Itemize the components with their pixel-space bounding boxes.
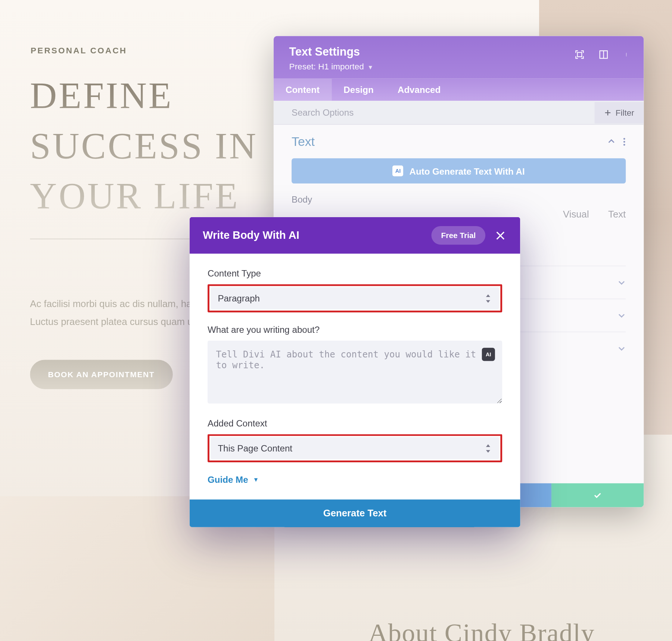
search-row: Filter — [274, 101, 644, 125]
generate-text-button[interactable]: Generate Text — [190, 500, 520, 527]
prompt-textarea[interactable] — [208, 341, 502, 404]
panel-header: Text Settings Preset: H1 imported ▼ — [274, 36, 644, 78]
ai-icon: AI — [393, 166, 404, 176]
text-section-title: Text — [292, 134, 315, 149]
guide-me-label: Guide Me — [208, 474, 248, 484]
book-appointment-button[interactable]: BOOK AN APPOINTMENT — [30, 360, 172, 389]
tab-content[interactable]: Content — [274, 79, 332, 101]
guide-me-link[interactable]: Guide Me ▼ — [208, 474, 259, 484]
write-body-ai-modal: Write Body With AI Free Trial Content Ty… — [190, 217, 520, 527]
modal-header: Write Body With AI Free Trial — [190, 217, 520, 254]
columns-icon[interactable] — [598, 49, 609, 60]
added-context-field-highlight: This Page Content — [208, 434, 502, 463]
caret-down-icon: ▼ — [253, 476, 259, 483]
svg-rect-0 — [578, 52, 582, 57]
chevron-down-icon — [617, 344, 626, 352]
chevron-down-icon — [617, 311, 626, 319]
content-type-label: Content Type — [208, 268, 502, 278]
svg-point-3 — [626, 53, 627, 54]
modal-title: Write Body With AI — [203, 229, 299, 242]
chevron-up-icon[interactable] — [607, 137, 615, 146]
close-button[interactable] — [494, 229, 507, 242]
ai-icon[interactable]: AI — [482, 348, 495, 361]
svg-point-4 — [626, 54, 627, 55]
added-context-label: Added Context — [208, 418, 502, 428]
editor-tab-text[interactable]: Text — [608, 209, 626, 220]
free-trial-badge[interactable]: Free Trial — [432, 226, 485, 245]
editor-tab-visual[interactable]: Visual — [563, 209, 589, 220]
caret-down-icon: ▼ — [367, 64, 373, 71]
plus-icon — [604, 109, 611, 116]
svg-point-5 — [626, 56, 627, 56]
added-context-select[interactable]: This Page Content — [211, 437, 499, 459]
tab-advanced[interactable]: Advanced — [386, 79, 453, 101]
chevron-down-icon — [617, 278, 626, 287]
svg-point-10 — [623, 144, 625, 146]
body-label: Body — [292, 194, 626, 204]
focus-icon[interactable] — [574, 49, 585, 60]
close-icon — [495, 231, 505, 240]
prompt-label: What are you writing about? — [208, 324, 502, 334]
auto-generate-label: Auto Generate Text With AI — [410, 166, 525, 176]
check-icon — [593, 491, 603, 500]
filter-label: Filter — [616, 107, 634, 117]
content-type-select[interactable]: Paragraph — [211, 287, 499, 309]
search-input[interactable] — [274, 101, 595, 124]
hero-kicker: PERSONAL COACH — [31, 46, 127, 55]
svg-point-8 — [623, 138, 625, 140]
svg-point-9 — [623, 141, 625, 143]
filter-button[interactable]: Filter — [594, 101, 644, 123]
content-type-field-highlight: Paragraph — [208, 284, 502, 313]
panel-tabs: Content Design Advanced — [274, 79, 644, 101]
about-heading: About Cindy Bradly — [368, 617, 595, 641]
kebab-menu-icon[interactable] — [622, 49, 633, 60]
save-button[interactable] — [551, 483, 644, 507]
kebab-menu-icon[interactable] — [623, 137, 626, 146]
hero-title: DEFINE SUCCESS IN YOUR LIFE — [30, 71, 282, 221]
auto-generate-button[interactable]: AI Auto Generate Text With AI — [292, 158, 626, 183]
preset-dropdown[interactable]: Preset: H1 imported ▼ — [289, 62, 628, 72]
preset-label: Preset: H1 imported — [289, 62, 364, 72]
tab-design[interactable]: Design — [332, 79, 386, 101]
